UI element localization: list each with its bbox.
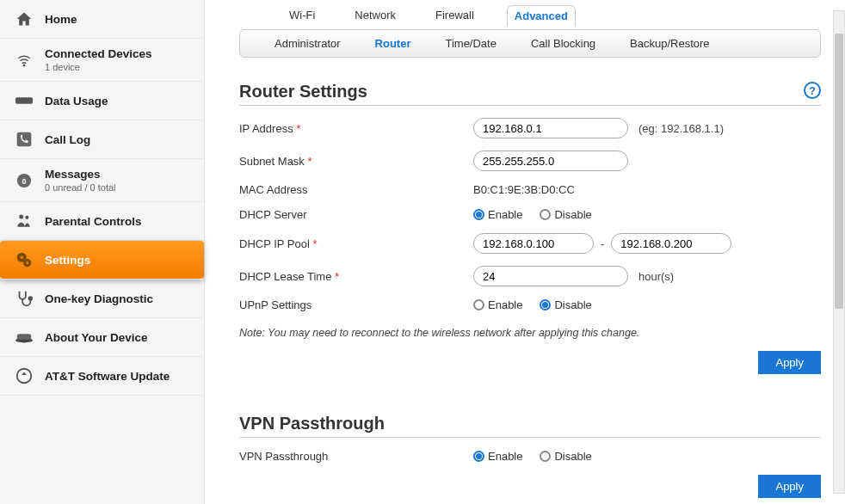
mac-address-value: B0:C1:9E:3B:D0:CC (473, 183, 575, 196)
sidebar-item-software-update[interactable]: AT&T Software Update (0, 357, 204, 396)
svg-rect-2 (17, 132, 32, 147)
subtab-call-blocking[interactable]: Call Blocking (531, 37, 595, 50)
upnp-disable-radio[interactable]: Disable (540, 298, 591, 311)
wifi-icon (12, 50, 36, 71)
svg-point-8 (20, 255, 23, 259)
home-icon (12, 9, 36, 29)
subnet-mask-input[interactable] (473, 151, 628, 171)
update-icon (12, 366, 36, 386)
router-settings-title: Router Settings ? (239, 82, 821, 106)
svg-rect-13 (17, 334, 32, 339)
dhcp-pool-label: DHCP IP Pool * (239, 237, 473, 250)
vpn-enable-radio[interactable]: Enable (473, 450, 522, 463)
sidebar-item-settings[interactable]: Settings (0, 241, 204, 280)
upnp-label: UPnP Settings (239, 298, 473, 311)
vpn-passthrough-label: VPN Passthrough (239, 450, 473, 463)
tab-advanced[interactable]: Advanced (507, 5, 576, 27)
svg-point-6 (25, 216, 28, 219)
sidebar-item-home[interactable]: Home (0, 0, 204, 39)
svg-rect-1 (15, 97, 33, 103)
sidebar-item-label: Connected Devices (45, 47, 192, 60)
radio-checked-icon (473, 209, 484, 220)
phone-icon (12, 129, 36, 150)
tab-network[interactable]: Network (348, 5, 403, 27)
top-tabs: Wi-Fi Network Firewall Advanced (239, 0, 821, 30)
sidebar-item-label: Call Log (45, 133, 192, 146)
subnet-mask-label: Subnet Mask * (239, 155, 473, 168)
sidebar: Home Connected Devices1 device Data Usag… (0, 0, 205, 504)
radio-unchecked-icon (540, 451, 551, 462)
tab-wifi[interactable]: Wi-Fi (282, 5, 322, 27)
messages-icon: 0 (12, 170, 36, 191)
dhcp-lease-label: DHCP Lease Time * (239, 270, 473, 283)
sidebar-item-messages[interactable]: 0 Messages0 unread / 0 total (0, 159, 204, 202)
pool-separator: - (601, 237, 604, 250)
gear-icon (12, 249, 36, 270)
vpn-disable-radio[interactable]: Disable (540, 450, 591, 463)
help-icon[interactable]: ? (804, 82, 821, 99)
ip-address-input[interactable] (473, 118, 628, 138)
sidebar-item-label: About Your Device (45, 331, 192, 344)
sidebar-item-data-usage[interactable]: Data Usage (0, 82, 204, 120)
dhcp-enable-radio[interactable]: Enable (473, 208, 522, 221)
svg-point-14 (17, 369, 32, 384)
mac-address-label: MAC Address (239, 183, 473, 196)
sidebar-item-label: Settings (45, 254, 192, 267)
subtab-administrator[interactable]: Administrator (274, 37, 341, 50)
sidebar-item-about[interactable]: About Your Device (0, 318, 204, 357)
sidebar-item-sublabel: 0 unread / 0 total (45, 182, 192, 193)
scrollbar-thumb[interactable] (835, 34, 843, 309)
upnp-enable-radio[interactable]: Enable (473, 298, 522, 311)
sub-tabs: Administrator Router Time/Date Call Bloc… (239, 29, 821, 58)
subtab-router[interactable]: Router (375, 37, 411, 50)
radio-checked-icon (473, 451, 484, 462)
tab-firewall[interactable]: Firewall (429, 5, 481, 27)
sidebar-item-label: One-key Diagnostic (45, 292, 192, 305)
dhcp-disable-radio[interactable]: Disable (540, 208, 591, 221)
sidebar-item-label: AT&T Software Update (45, 370, 192, 383)
sidebar-item-label: Home (45, 13, 192, 26)
subtab-timedate[interactable]: Time/Date (445, 37, 496, 50)
radio-unchecked-icon (540, 209, 551, 220)
lease-unit: hour(s) (638, 270, 674, 283)
svg-point-5 (19, 215, 23, 219)
router-apply-button[interactable]: Apply (758, 351, 821, 374)
dhcp-pool-start-input[interactable] (473, 233, 594, 254)
sidebar-item-diagnostic[interactable]: One-key Diagnostic (0, 280, 204, 318)
router-note: Note: You may need to reconnect to the w… (239, 327, 821, 339)
dhcp-lease-input[interactable] (473, 266, 628, 286)
dhcp-server-label: DHCP Server (239, 208, 473, 221)
ip-address-label: IP Address * (239, 122, 473, 135)
data-usage-icon (12, 90, 36, 111)
svg-point-11 (29, 297, 33, 300)
scrollbar[interactable] (833, 10, 845, 494)
sidebar-item-label: Data Usage (45, 95, 192, 108)
sidebar-item-sublabel: 1 device (45, 62, 192, 72)
vpn-section-title: VPN Passthrough (239, 414, 821, 438)
sidebar-item-label: Messages (45, 168, 192, 181)
svg-text:0: 0 (22, 176, 26, 185)
sidebar-item-call-log[interactable]: Call Log (0, 120, 204, 159)
parental-icon (12, 211, 36, 231)
dhcp-pool-end-input[interactable] (611, 233, 731, 254)
stethoscope-icon (12, 288, 36, 309)
radio-checked-icon (540, 299, 551, 310)
radio-unchecked-icon (473, 299, 484, 310)
subtab-backup-restore[interactable]: Backup/Restore (630, 37, 710, 50)
main-content: Wi-Fi Network Firewall Advanced Administ… (205, 0, 845, 504)
sidebar-item-connected-devices[interactable]: Connected Devices1 device (0, 39, 204, 82)
svg-point-0 (23, 65, 25, 66)
sidebar-item-parental-controls[interactable]: Parental Controls (0, 202, 204, 241)
device-icon (12, 327, 36, 347)
section-title-text: Router Settings (239, 82, 367, 101)
vpn-apply-button[interactable]: Apply (758, 475, 821, 498)
sidebar-item-label: Parental Controls (45, 215, 192, 228)
ip-address-hint: (eg: 192.168.1.1) (638, 122, 724, 135)
svg-point-10 (26, 261, 28, 264)
